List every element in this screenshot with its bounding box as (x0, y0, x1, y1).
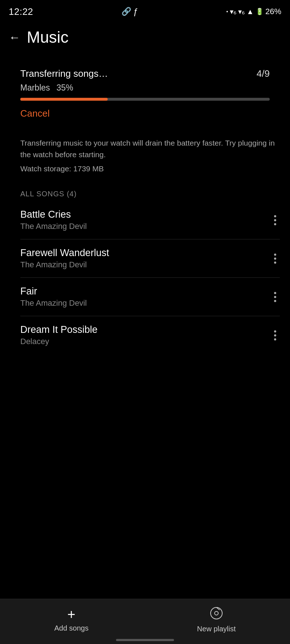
add-songs-icon: + (67, 607, 75, 621)
songs-section: ALL SONGS (4) Battle Cries The Amazing D… (0, 177, 290, 354)
progress-bar-fill (20, 98, 108, 101)
more-button-1[interactable] (270, 212, 280, 228)
more-dot (274, 300, 276, 302)
song-info-3: Fair The Amazing Devil (20, 286, 87, 308)
back-button[interactable]: ← (9, 31, 20, 44)
status-right: • ▾₆ ▾₆ ▲ 🔋 26% (226, 7, 281, 16)
song-title-3: Fair (20, 286, 87, 297)
bottom-nav: + Add songs New playlist (0, 599, 290, 644)
more-dot (274, 219, 276, 221)
song-artist-2: The Amazing Devil (20, 260, 109, 269)
more-dot (274, 330, 276, 333)
new-playlist-icon (210, 606, 223, 622)
info-message: Transferring music to your watch will dr… (20, 137, 280, 160)
song-title-2: Farewell Wanderlust (20, 247, 109, 259)
header: ← Music (0, 22, 290, 52)
transfer-percent: 35% (57, 83, 73, 93)
song-item-3[interactable]: Fair The Amazing Devil (20, 278, 280, 316)
transfer-header: Transferring songs… 4/9 (20, 68, 270, 79)
song-artist-1: The Amazing Devil (20, 222, 87, 231)
song-item-2[interactable]: Farewell Wanderlust The Amazing Devil (20, 239, 280, 278)
more-button-3[interactable] (270, 289, 280, 305)
transfer-title: Transferring songs… (20, 68, 108, 79)
home-indicator (116, 639, 174, 641)
svg-point-0 (211, 607, 222, 619)
song-info-1: Battle Cries The Amazing Devil (20, 209, 87, 231)
song-info-2: Farewell Wanderlust The Amazing Devil (20, 247, 109, 269)
more-button-4[interactable] (270, 327, 280, 343)
add-songs-button[interactable]: + Add songs (54, 607, 89, 632)
more-dot (274, 334, 276, 336)
song-title-1: Battle Cries (20, 209, 87, 220)
cancel-button[interactable]: Cancel (20, 108, 50, 119)
status-icons: 🔗 ƒ (121, 7, 138, 17)
more-button-2[interactable] (270, 251, 280, 267)
song-list: Battle Cries The Amazing Devil Farewell … (20, 201, 280, 354)
signal-icon: ▾₆ (238, 7, 245, 16)
status-time: 12:22 (9, 6, 33, 17)
more-dot (274, 258, 276, 260)
transfer-song-name: Marbles (20, 83, 50, 93)
page-title: Music (27, 28, 69, 46)
song-artist-3: The Amazing Devil (20, 298, 87, 308)
storage-text: Watch storage: 1739 MB (20, 164, 280, 173)
song-title-4: Dream It Possible (20, 324, 98, 335)
add-songs-label: Add songs (54, 624, 89, 632)
more-dot (274, 296, 276, 298)
wifi-icon: ▾₆ (230, 7, 236, 16)
info-section: Transferring music to your watch will dr… (0, 126, 290, 177)
more-dot (274, 215, 276, 217)
more-dot (274, 262, 276, 264)
svg-point-1 (215, 611, 218, 615)
dot-icon: • (226, 9, 228, 14)
new-playlist-label: New playlist (197, 625, 236, 633)
more-dot (274, 292, 276, 294)
transfer-card: Transferring songs… 4/9 Marbles 35% Canc… (10, 58, 280, 126)
song-info-4: Dream It Possible Delacey (20, 324, 98, 346)
song-item-4[interactable]: Dream It Possible Delacey (20, 316, 280, 354)
new-playlist-button[interactable]: New playlist (197, 606, 236, 633)
battery-icon: 🔋 (256, 8, 264, 16)
song-artist-4: Delacey (20, 337, 98, 346)
link-icon: 🔗 (121, 7, 131, 16)
all-songs-header: ALL SONGS (4) (20, 190, 280, 198)
transfer-count: 4/9 (257, 68, 270, 79)
facebook-icon: ƒ (133, 7, 138, 17)
status-bar: 12:22 🔗 ƒ • ▾₆ ▾₆ ▲ 🔋 26% (0, 0, 290, 22)
more-dot (274, 338, 276, 340)
more-dot (274, 254, 276, 256)
more-dot (274, 223, 276, 225)
progress-bar-background (20, 98, 270, 101)
network-icon: ▲ (246, 8, 254, 16)
battery-percent: 26% (265, 7, 281, 16)
song-item-1[interactable]: Battle Cries The Amazing Devil (20, 201, 280, 239)
transfer-subtitle: Marbles 35% (20, 83, 270, 93)
